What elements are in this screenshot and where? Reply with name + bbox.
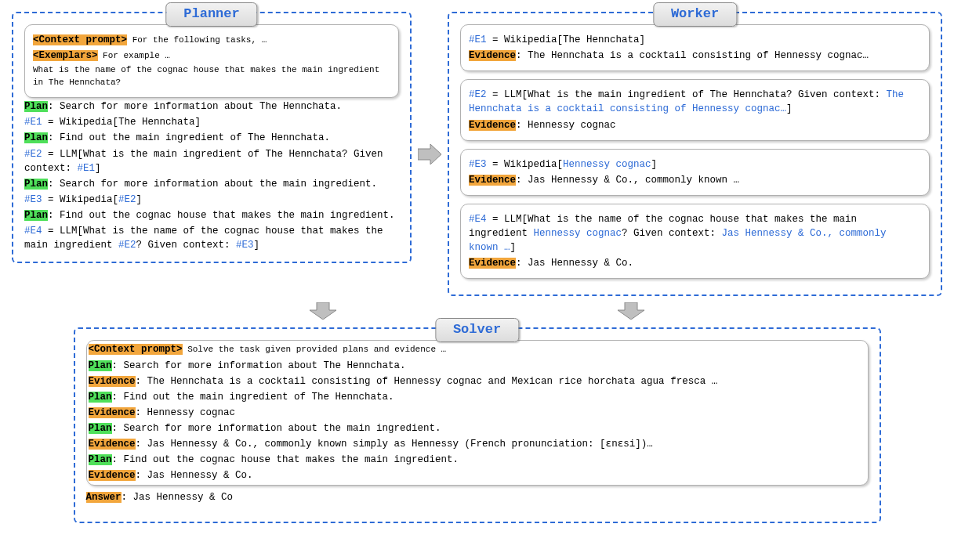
evidence-label: Evidence — [89, 376, 136, 387]
planner-panel: Planner <Context prompt> For the followi… — [12, 12, 412, 263]
worker-e3-b: ] — [651, 159, 658, 170]
svg-marker-2 — [618, 302, 644, 320]
planner-e3-a: = Wikipedia[ — [42, 194, 119, 205]
solver-e1: : The Hennchata is a cocktail consisting… — [136, 376, 718, 387]
worker-card-e3: #E3 = Wikipedia[Hennessy cognac] Evidenc… — [460, 149, 930, 196]
context-prompt-label: <Context prompt> — [33, 34, 127, 45]
plan-label: Plan — [89, 423, 112, 434]
solver-p4: : Find out the cognac house that makes t… — [112, 454, 459, 465]
arrow-down-icon — [618, 302, 644, 320]
worker-e2-a: = LLM[What is the main ingredient of The… — [487, 89, 887, 100]
worker-e3-id: #E3 — [469, 159, 487, 170]
planner-e3-id: #E3 — [24, 194, 42, 205]
worker-e4-c: ] — [510, 242, 517, 253]
worker-e3-a: = Wikipedia[ — [487, 159, 564, 170]
plan-label: Plan — [89, 454, 112, 465]
svg-marker-1 — [310, 302, 336, 320]
planner-prompt-card: <Context prompt> For the following tasks… — [24, 24, 399, 98]
plan-label: Plan — [24, 210, 48, 221]
evidence-label: Evidence — [89, 470, 136, 481]
planner-e1-rest: = Wikipedia[The Hennchata] — [42, 117, 201, 128]
evidence-label: Evidence — [89, 439, 136, 450]
solver-context-tail: Solve the task given provided plans and … — [183, 345, 447, 354]
planner-p3: : Search for more information about the … — [48, 179, 377, 190]
arrow-right-icon — [418, 144, 441, 164]
planner-exemplars-tail: For example … — [98, 51, 170, 60]
worker-card-e4: #E4 = LLM[What is the name of the cognac… — [460, 204, 930, 280]
planner-p1: : Search for more information about The … — [48, 101, 342, 112]
planner-p4: : Find out the cognac house that makes t… — [48, 210, 395, 221]
plan-label: Plan — [24, 179, 48, 190]
planner-context-tail: For the following tasks, … — [127, 35, 267, 45]
worker-e2-ev: : Hennessy cognac — [516, 120, 616, 131]
worker-e4-id: #E4 — [469, 214, 487, 225]
plan-label: Plan — [24, 132, 48, 143]
planner-steps: Plan: Search for more information about … — [24, 99, 399, 252]
solver-e4: : Jas Hennessy & Co. — [136, 470, 253, 481]
worker-card-e2: #E2 = LLM[What is the main ingredient of… — [460, 79, 930, 140]
arrow-down-icon — [310, 302, 336, 320]
worker-e4-b: ? Given context: — [622, 228, 722, 239]
worker-e1-id: #E1 — [469, 34, 487, 45]
solver-answer: : Jas Hennessy & Co — [122, 492, 234, 503]
planner-e4-ref2: #E3 — [236, 240, 254, 251]
evidence-label: Evidence — [469, 258, 516, 269]
solver-p2: : Find out the main ingredient of The He… — [112, 392, 394, 403]
worker-title: Worker — [653, 2, 737, 27]
planner-e4-c: ] — [254, 240, 260, 251]
solver-p1: : Search for more information about The … — [112, 360, 406, 371]
planner-p2: : Find out the main ingredient of The He… — [48, 132, 330, 143]
worker-e4-arg1: Hennessy cognac — [534, 228, 622, 239]
evidence-label: Evidence — [469, 175, 516, 186]
planner-e4-ref1: #E2 — [118, 240, 136, 251]
worker-e1-call: = Wikipedia[The Hennchata] — [487, 34, 646, 45]
planner-e3-ref: #E2 — [118, 194, 136, 205]
planner-e2-ref: #E1 — [78, 163, 96, 174]
planner-e3-b: ] — [136, 194, 143, 205]
solver-title: Solver — [435, 318, 519, 342]
svg-marker-0 — [418, 144, 441, 164]
planner-e1-id: #E1 — [24, 117, 42, 128]
plan-label: Plan — [89, 360, 112, 371]
solver-p3: : Search for more information about the … — [112, 423, 441, 434]
evidence-label: Evidence — [89, 407, 136, 418]
solver-panel: Solver <Context prompt> Solve the task g… — [74, 327, 881, 523]
worker-e3-ev: : Jas Hennessy & Co., commonly known … — [516, 175, 739, 186]
solver-e2: : Hennessy cognac — [136, 407, 236, 418]
evidence-label: Evidence — [469, 50, 516, 61]
planner-e2-b: ] — [95, 163, 101, 174]
planner-e4-b: ? Given context: — [136, 240, 237, 251]
planner-question: What is the name of the cognac house tha… — [33, 64, 390, 89]
worker-e2-b: ] — [786, 103, 793, 114]
worker-e2-id: #E2 — [469, 89, 487, 100]
planner-e2-id: #E2 — [24, 149, 42, 160]
worker-panel: Worker #E1 = Wikipedia[The Hennchata] Ev… — [448, 12, 942, 296]
worker-e3-arg: Hennessy cognac — [563, 159, 651, 170]
planner-title: Planner — [165, 2, 257, 27]
solver-card: <Context prompt> Solve the task given pr… — [86, 340, 869, 485]
plan-label: Plan — [24, 101, 48, 112]
evidence-label: Evidence — [469, 120, 516, 131]
plan-label: Plan — [89, 392, 112, 403]
solver-e3: : Jas Hennessy & Co., commonly known sim… — [136, 439, 653, 450]
exemplars-label: <Exemplars> — [33, 50, 98, 61]
worker-e1-ev: : The Hennchata is a cocktail consisting… — [516, 50, 869, 61]
answer-label: Answer — [86, 492, 122, 503]
worker-e4-ev: : Jas Hennessy & Co. — [516, 258, 633, 269]
context-prompt-label: <Context prompt> — [89, 344, 183, 355]
worker-card-e1: #E1 = Wikipedia[The Hennchata] Evidence:… — [460, 24, 930, 71]
planner-e4-id: #E4 — [24, 226, 42, 237]
